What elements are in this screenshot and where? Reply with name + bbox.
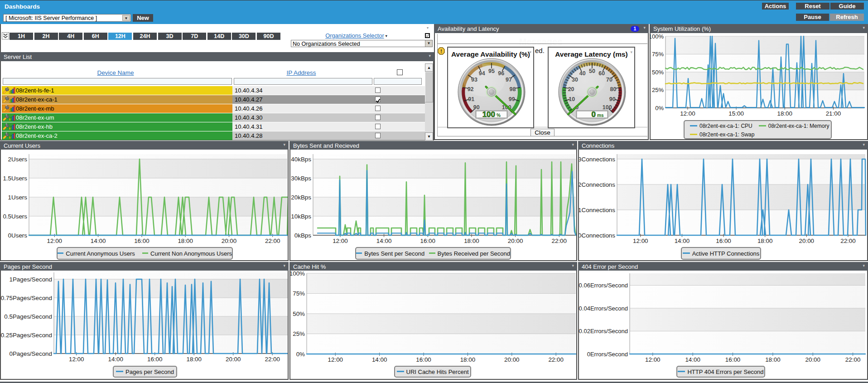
svg-text:18:00: 18:00 bbox=[777, 110, 792, 117]
svg-text:16:00: 16:00 bbox=[716, 238, 731, 244]
svg-text:12:00: 12:00 bbox=[328, 356, 343, 363]
svg-text:12:00: 12:00 bbox=[333, 238, 348, 244]
svg-text:30kBps: 30kBps bbox=[291, 175, 311, 182]
svg-text:98: 98 bbox=[509, 86, 516, 92]
svg-text:92: 92 bbox=[468, 86, 474, 92]
svg-text:10: 10 bbox=[569, 96, 575, 102]
svg-text:20: 20 bbox=[568, 86, 574, 92]
svg-text:0: 0 bbox=[592, 110, 596, 119]
svg-text:100: 100 bbox=[603, 104, 612, 111]
svg-text:94: 94 bbox=[479, 70, 485, 77]
svg-text:0%: 0% bbox=[296, 351, 305, 358]
svg-text:22:00: 22:00 bbox=[840, 238, 856, 244]
svg-text:50%: 50% bbox=[293, 310, 305, 317]
svg-text:100: 100 bbox=[482, 110, 495, 119]
svg-text:22:00: 22:00 bbox=[845, 356, 861, 363]
svg-text:14:00: 14:00 bbox=[91, 238, 106, 244]
svg-text:16:00: 16:00 bbox=[420, 238, 436, 244]
svg-text:20:00: 20:00 bbox=[222, 238, 237, 244]
svg-text:18:00: 18:00 bbox=[464, 238, 479, 244]
svg-text:12:00: 12:00 bbox=[680, 110, 695, 117]
svg-text:40: 40 bbox=[579, 70, 586, 77]
svg-text:14:00: 14:00 bbox=[675, 238, 690, 244]
svg-text:15:00: 15:00 bbox=[728, 110, 744, 117]
svg-text:0Errors/Second: 0Errors/Second bbox=[587, 351, 628, 358]
svg-text:20kBps: 20kBps bbox=[291, 194, 311, 201]
svg-text:22:00: 22:00 bbox=[265, 238, 280, 244]
svg-text:18:00: 18:00 bbox=[757, 238, 773, 244]
svg-text:0.5Pages/Second: 0.5Pages/Second bbox=[4, 313, 52, 320]
svg-text:0Connections: 0Connections bbox=[579, 232, 615, 239]
svg-text:0kBps: 0kBps bbox=[294, 232, 312, 239]
svg-text:50: 50 bbox=[589, 68, 595, 74]
svg-text:95: 95 bbox=[488, 68, 495, 74]
svg-text:0%: 0% bbox=[655, 105, 664, 112]
svg-text:70: 70 bbox=[606, 77, 612, 83]
svg-text:0Users: 0Users bbox=[8, 232, 28, 239]
svg-text:91: 91 bbox=[468, 96, 474, 102]
svg-text:14:00: 14:00 bbox=[685, 356, 700, 363]
svg-text:18:00: 18:00 bbox=[178, 238, 193, 244]
svg-text:1Pages/Second: 1Pages/Second bbox=[9, 276, 52, 283]
svg-text:16:00: 16:00 bbox=[725, 356, 741, 363]
svg-text:16:00: 16:00 bbox=[147, 356, 163, 363]
svg-text:1Connections: 1Connections bbox=[579, 207, 615, 213]
svg-text:97: 97 bbox=[506, 77, 512, 83]
svg-text:0.25Pages/Second: 0.25Pages/Second bbox=[1, 332, 52, 339]
svg-text:75%: 75% bbox=[293, 290, 305, 297]
svg-text:1Users: 1Users bbox=[8, 194, 28, 201]
svg-text:0.04Errors/Second: 0.04Errors/Second bbox=[579, 305, 628, 312]
svg-text:60: 60 bbox=[598, 70, 605, 77]
svg-text:12:00: 12:00 bbox=[633, 238, 648, 244]
svg-text:30: 30 bbox=[572, 77, 578, 83]
svg-text:22:00: 22:00 bbox=[552, 238, 567, 244]
svg-text:12:00: 12:00 bbox=[69, 356, 84, 363]
svg-text:0.5Users: 0.5Users bbox=[3, 213, 27, 220]
svg-text:10kBps: 10kBps bbox=[291, 213, 311, 220]
svg-text:18:00: 18:00 bbox=[460, 356, 476, 363]
svg-text:20:00: 20:00 bbox=[799, 238, 815, 244]
svg-text:20:00: 20:00 bbox=[226, 356, 241, 363]
svg-text:25%: 25% bbox=[293, 330, 305, 337]
svg-text:90: 90 bbox=[609, 96, 616, 102]
svg-text:93: 93 bbox=[471, 77, 477, 83]
svg-text:25%: 25% bbox=[652, 87, 664, 93]
svg-text:20:00: 20:00 bbox=[805, 356, 820, 363]
svg-text:22:00: 22:00 bbox=[548, 356, 564, 363]
svg-text:0.02Errors/Second: 0.02Errors/Second bbox=[579, 328, 628, 335]
svg-text:80: 80 bbox=[610, 86, 616, 92]
svg-text:40kBps: 40kBps bbox=[291, 156, 311, 163]
svg-text:21:00: 21:00 bbox=[826, 110, 841, 117]
svg-text:96: 96 bbox=[498, 70, 504, 77]
svg-text:20:00: 20:00 bbox=[508, 238, 523, 244]
svg-text:2Connections: 2Connections bbox=[579, 181, 615, 188]
svg-text:%: % bbox=[497, 113, 501, 118]
svg-text:18:00: 18:00 bbox=[186, 356, 202, 363]
svg-text:22:00: 22:00 bbox=[265, 356, 280, 363]
svg-text:18:00: 18:00 bbox=[765, 356, 781, 363]
svg-text:14:00: 14:00 bbox=[376, 238, 392, 244]
svg-text:50%: 50% bbox=[652, 69, 664, 76]
svg-text:100%: 100% bbox=[290, 271, 305, 277]
svg-text:16:00: 16:00 bbox=[134, 238, 149, 244]
svg-text:3Connections: 3Connections bbox=[579, 156, 615, 163]
svg-text:0.06Errors/Second: 0.06Errors/Second bbox=[579, 282, 628, 289]
svg-text:!: ! bbox=[440, 48, 442, 54]
svg-text:14:00: 14:00 bbox=[108, 356, 123, 363]
svg-text:ms: ms bbox=[597, 113, 604, 118]
svg-text:100%: 100% bbox=[650, 34, 664, 40]
svg-text:20:00: 20:00 bbox=[504, 356, 520, 363]
svg-text:16:00: 16:00 bbox=[416, 356, 431, 363]
svg-text:12:00: 12:00 bbox=[645, 356, 661, 363]
svg-text:99: 99 bbox=[509, 96, 515, 102]
svg-text:75%: 75% bbox=[652, 51, 664, 58]
svg-text:90: 90 bbox=[473, 104, 480, 111]
svg-text:2Users: 2Users bbox=[8, 156, 28, 163]
svg-text:12:00: 12:00 bbox=[47, 238, 63, 244]
svg-text:0Pages/Second: 0Pages/Second bbox=[9, 350, 52, 357]
svg-text:1.5Users: 1.5Users bbox=[3, 175, 27, 182]
svg-text:14:00: 14:00 bbox=[372, 356, 387, 363]
svg-text:0.75Pages/Second: 0.75Pages/Second bbox=[1, 295, 52, 301]
